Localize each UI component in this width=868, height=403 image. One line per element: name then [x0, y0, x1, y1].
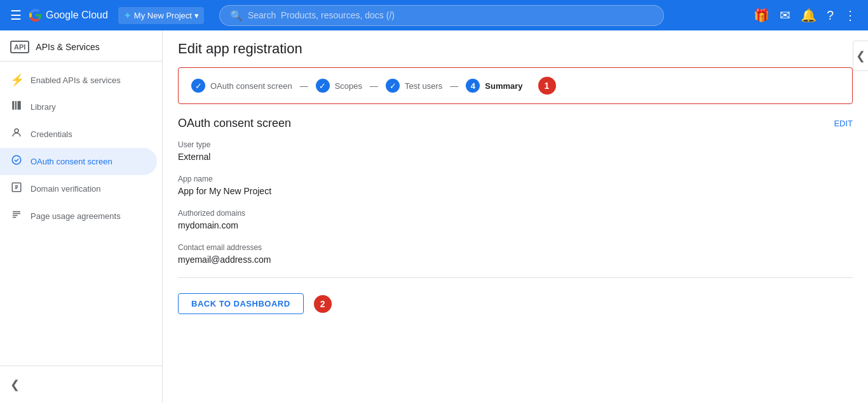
more-icon[interactable]: ⋮ [840, 4, 860, 27]
sidebar-item-credentials[interactable]: Credentials [0, 121, 157, 148]
enabled-apis-icon: ⚡ [10, 73, 23, 87]
svg-point-3 [15, 129, 18, 133]
project-name: My New Project [134, 11, 192, 20]
field-app-name: App name App for My New Project [178, 175, 853, 196]
section-header: OAuth consent screen EDIT [178, 117, 853, 130]
field-value-authorized-domains: mydomain.com [178, 220, 853, 230]
google-cloud-logo: Google Cloud [29, 9, 108, 22]
google-cloud-icon [29, 9, 42, 22]
mail-icon[interactable]: ✉ [776, 4, 794, 27]
sidebar-item-label: Library [31, 102, 56, 112]
step-badge-1: 1 [538, 77, 556, 95]
sidebar-item-page-usage[interactable]: Page usage agreements [0, 202, 157, 230]
hamburger-menu[interactable]: ☰ [8, 5, 24, 25]
sidebar-header: API APIs & Services [0, 30, 162, 62]
field-authorized-domains: Authorized domains mydomain.com [178, 209, 853, 230]
sidebar-title: APIs & Services [36, 42, 99, 52]
action-badge-2: 2 [314, 295, 332, 313]
help-icon[interactable]: ? [823, 4, 837, 27]
sidebar-item-library[interactable]: Library [0, 93, 157, 121]
nav-icons: 🎁 ✉ 🔔 ? ⋮ [750, 4, 860, 27]
page-usage-icon [10, 209, 23, 223]
library-icon [10, 100, 23, 114]
step-check-oauth: ✓ [191, 79, 205, 93]
chevron-down-icon: ▾ [194, 11, 199, 20]
svg-point-4 [12, 155, 21, 164]
field-value-app-name: App for My New Project [178, 186, 853, 196]
oauth-icon [10, 154, 23, 169]
sidebar-item-enabled-apis[interactable]: ⚡ Enabled APIs & services [0, 67, 157, 93]
field-label-app-name: App name [178, 175, 853, 183]
step-test-users: ✓ Test users [386, 79, 442, 93]
sidebar-item-oauth-consent[interactable]: OAuth consent screen [0, 148, 157, 175]
collapse-right-button[interactable]: ❮ [853, 41, 868, 71]
collapse-right-icon: ❮ [856, 49, 865, 63]
field-label-contact-email: Contact email addresses [178, 243, 853, 252]
project-dot-icon: ✦ [123, 10, 132, 22]
sidebar: API APIs & Services ⚡ Enabled APIs & ser… [0, 30, 163, 403]
step-label-oauth: OAuth consent screen [210, 81, 292, 91]
edit-link[interactable]: EDIT [834, 119, 853, 128]
svg-rect-2 [18, 101, 21, 110]
logo-text: Google Cloud [46, 10, 108, 21]
field-value-user-type: External [178, 152, 853, 162]
top-navigation: ☰ Google Cloud ✦ My New Project ▾ 🔍 🎁 ✉ … [0, 0, 868, 30]
gift-icon[interactable]: 🎁 [750, 4, 773, 27]
sidebar-bottom: ❮ [0, 366, 162, 403]
sidebar-item-domain-verification[interactable]: Domain verification [0, 175, 157, 202]
sidebar-item-label: Credentials [31, 129, 72, 139]
field-contact-email: Contact email addresses myemail@address.… [178, 243, 853, 265]
section-divider [178, 277, 853, 278]
step-summary: 4 Summary [466, 79, 522, 93]
section-title: OAuth consent screen [178, 117, 291, 130]
domain-icon [10, 182, 23, 196]
separator-3: — [450, 81, 458, 91]
sidebar-nav: ⚡ Enabled APIs & services Library Creden… [0, 62, 162, 235]
bell-icon[interactable]: 🔔 [797, 4, 820, 27]
field-label-authorized-domains: Authorized domains [178, 209, 853, 218]
sidebar-collapse-button[interactable]: ❮ [0, 371, 162, 398]
api-badge: API [10, 41, 29, 53]
field-label-user-type: User type [178, 140, 853, 149]
field-value-contact-email: myemail@address.com [178, 254, 853, 265]
sidebar-item-label: Domain verification [31, 184, 101, 194]
collapse-left-icon: ❮ [10, 378, 20, 392]
step-check-scopes: ✓ [316, 79, 330, 93]
step-label-scopes: Scopes [335, 81, 362, 91]
search-input[interactable] [248, 10, 653, 20]
footer-actions: BACK TO DASHBOARD 2 [178, 293, 853, 314]
credentials-icon [10, 127, 23, 142]
step-label-summary: Summary [485, 81, 522, 91]
sidebar-item-label: Page usage agreements [31, 211, 121, 221]
svg-rect-1 [15, 101, 17, 110]
page-title: Edit app registration [178, 41, 302, 57]
back-to-dashboard-button[interactable]: BACK TO DASHBOARD [178, 293, 304, 314]
step-scopes: ✓ Scopes [316, 79, 362, 93]
search-bar[interactable]: 🔍 [219, 5, 664, 26]
search-icon: 🔍 [230, 10, 243, 22]
separator-2: — [370, 81, 378, 91]
content-area: Edit app registration ✓ OAuth consent sc… [163, 30, 868, 403]
field-user-type: User type External [178, 140, 853, 162]
stepper: ✓ OAuth consent screen — ✓ Scopes — ✓ Te… [178, 67, 853, 104]
main-content: OAuth consent screen EDIT User type Exte… [163, 117, 868, 329]
sidebar-item-label: OAuth consent screen [31, 157, 112, 166]
step-number-summary: 4 [466, 79, 480, 93]
svg-rect-0 [12, 101, 14, 110]
sidebar-item-label: Enabled APIs & services [31, 76, 121, 85]
separator-1: — [300, 81, 308, 91]
project-selector[interactable]: ✦ My New Project ▾ [118, 7, 204, 24]
step-check-test-users: ✓ [386, 79, 400, 93]
step-label-test-users: Test users [405, 81, 442, 91]
content-header: Edit app registration [163, 30, 868, 62]
step-oauth: ✓ OAuth consent screen [191, 79, 292, 93]
